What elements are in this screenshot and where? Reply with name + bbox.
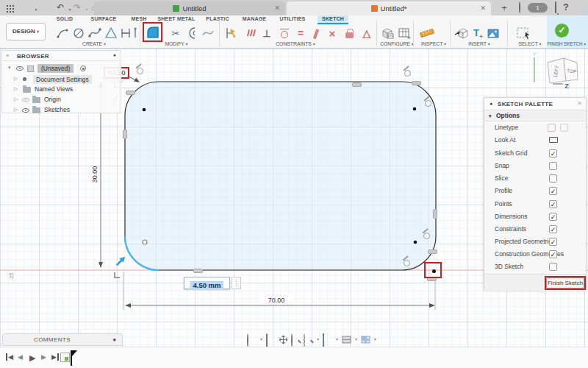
zoom-caret-icon[interactable]: ▾ <box>317 336 319 342</box>
slice-checkbox[interactable] <box>549 174 557 183</box>
configure-tool[interactable] <box>379 25 395 41</box>
insert-group-label[interactable]: INSERT ▾ <box>457 41 501 46</box>
extensions-button[interactable] <box>514 2 526 13</box>
new-tab-button[interactable]: + <box>498 2 510 13</box>
browser-item-origin[interactable]: ▷ Origin <box>2 95 121 105</box>
perpendicular-constraint-tool[interactable]: ⊥ <box>259 25 275 41</box>
sketch-dimension-tool[interactable] <box>223 25 240 41</box>
coincident-constraint-icon[interactable] <box>412 81 421 85</box>
doc-tab-untitled-active[interactable]: Untitled* ✕ <box>287 1 491 15</box>
pan-button[interactable] <box>279 334 288 344</box>
comments-options-icon[interactable]: ● <box>112 334 116 346</box>
construction-geometries-checkbox[interactable]: ✓ <box>549 250 557 258</box>
inspect-group-label[interactable]: INSPECT ▾ <box>412 41 456 46</box>
trim-tool[interactable]: ✂ <box>168 25 184 41</box>
orbit-caret-icon[interactable]: ▾ <box>260 336 262 342</box>
coincident-constraint-icon[interactable] <box>126 91 135 95</box>
spline-tool[interactable] <box>87 25 103 41</box>
insert-mcmaster-tool[interactable]: T+ <box>470 25 486 41</box>
ribbon-tab-manage[interactable]: MANAGE <box>238 15 270 24</box>
tree-expand-icon[interactable]: ▷ <box>14 86 18 92</box>
collapse-panel-icon[interactable]: » <box>578 99 581 107</box>
3d-sketch-checkbox[interactable] <box>549 263 557 271</box>
perpendicular-constraint-icon[interactable] <box>114 272 120 278</box>
visibility-eye-icon[interactable] <box>16 66 24 71</box>
help-button[interactable]: ? <box>560 2 572 13</box>
tree-expand-icon[interactable]: ▾ <box>8 65 11 71</box>
profile-checkbox[interactable]: ✓ <box>549 187 557 195</box>
close-tab-icon[interactable]: ✕ <box>274 1 280 15</box>
sketch-palette-header[interactable]: ● SKETCH PALETTE » <box>484 98 586 110</box>
browser-root-row[interactable]: ▾ (Unsaved) <box>2 63 121 74</box>
sketch-grid-checkbox[interactable]: ✓ <box>549 149 557 158</box>
activate-radio-icon[interactable] <box>80 66 86 71</box>
dimensions-checkbox[interactable]: ✓ <box>549 213 557 221</box>
account-button[interactable] <box>573 2 585 13</box>
finish-sketch-label[interactable]: FINISH SKETCH ▾ <box>545 41 588 46</box>
design-workspace-selector[interactable]: DESIGN ▾ <box>6 23 46 40</box>
browser-item-sketches[interactable]: ▷ Sketches <box>2 105 121 116</box>
constraints-checkbox[interactable]: ✓ <box>549 225 557 233</box>
timeline-skip-start-button[interactable]: ◀ <box>6 353 13 361</box>
tangent-constraint-icon[interactable] <box>425 100 431 107</box>
offset-tool[interactable] <box>184 25 200 41</box>
tangent-constraint-tool[interactable] <box>276 25 293 41</box>
measure-tool[interactable] <box>419 25 435 41</box>
create-group-label[interactable]: CREATE ▾ <box>71 41 118 46</box>
finish-sketch-button[interactable]: ✓ <box>555 24 569 38</box>
display-caret-icon[interactable]: ▾ <box>336 336 338 342</box>
zoom-button[interactable] <box>291 334 301 344</box>
close-tab-icon[interactable]: ✕ <box>480 1 486 15</box>
viewports-button[interactable] <box>361 334 370 344</box>
configuration-table-tool[interactable]: + <box>396 25 412 41</box>
coincident-constraint-icon[interactable] <box>428 250 437 254</box>
parallel-constraint-tool[interactable]: ∥ <box>308 25 324 41</box>
app-launcher-icon[interactable] <box>7 5 8 7</box>
select-tool[interactable] <box>516 25 532 41</box>
timeline-step-forward-button[interactable]: ▶ <box>41 353 46 361</box>
circle-tool[interactable] <box>71 25 87 41</box>
comments-bar[interactable]: COMMENTS ● <box>2 333 123 346</box>
doc-tab-untitled[interactable]: Untitled ✕ <box>94 1 285 15</box>
line-tool[interactable] <box>54 25 71 41</box>
viewports-caret-icon[interactable]: ▾ <box>374 336 376 342</box>
grid-layout-button[interactable] <box>342 334 351 344</box>
visibility-eye-icon[interactable] <box>22 108 29 113</box>
vertical-constraint-icon[interactable] <box>123 130 127 139</box>
input-drag-handle[interactable]: ⋮ <box>232 277 241 289</box>
ribbon-tab-utilities[interactable]: UTILITIES <box>275 15 310 24</box>
ribbon-tab-surface[interactable]: SURFACE <box>87 15 121 24</box>
tree-expand-icon[interactable]: ▷ <box>14 107 18 113</box>
timeline-playhead[interactable] <box>71 350 72 366</box>
sketch-point[interactable] <box>143 108 146 112</box>
equal-constraint-tool[interactable]: = <box>293 25 309 41</box>
browser-item-document-settings[interactable]: ▷ Document Settings <box>2 74 121 85</box>
edit-curve-tool[interactable] <box>200 25 216 41</box>
look-at-button[interactable] <box>266 334 276 344</box>
timeline-step-back-button[interactable]: ◀ <box>18 353 23 361</box>
panel-options-icon[interactable]: ● <box>113 52 116 57</box>
collapse-panel-icon[interactable]: « <box>6 52 9 59</box>
tree-expand-icon[interactable]: ▷ <box>14 76 18 82</box>
timeline-skip-end-button[interactable]: ▶ <box>51 353 59 361</box>
fillet-radius-input[interactable]: 4.50 mm <box>184 277 230 289</box>
zoom-window-button[interactable] <box>304 334 313 344</box>
horizontal-constraint-icon[interactable] <box>193 269 203 273</box>
modify-group-label[interactable]: MODIFY ▾ <box>153 41 200 46</box>
browser-header[interactable]: « BROWSER ● <box>2 51 121 61</box>
ribbon-tab-sketch[interactable]: SKETCH <box>318 15 348 24</box>
symmetry-constraint-tool[interactable]: × <box>324 25 340 41</box>
point-tool[interactable] <box>131 25 140 41</box>
display-settings-button[interactable] <box>323 334 332 344</box>
timeline-play-button[interactable]: ▶ <box>29 353 35 363</box>
timeline-sketch-feature[interactable] <box>60 353 70 362</box>
job-status-badge[interactable]: 1 <box>528 3 548 13</box>
tangent-constraint-icon[interactable] <box>137 68 143 74</box>
insert-derive-tool[interactable] <box>453 25 470 41</box>
vertical-constraint-icon[interactable] <box>433 209 437 219</box>
options-section-header[interactable]: ▾ Options <box>484 110 586 121</box>
root-document-label[interactable]: (Unsaved) <box>37 64 74 73</box>
ribbon-tab-plastic[interactable]: PLASTIC <box>201 15 234 24</box>
fillet-tool-active[interactable] <box>143 22 162 42</box>
sketch-profile[interactable] <box>125 82 436 270</box>
